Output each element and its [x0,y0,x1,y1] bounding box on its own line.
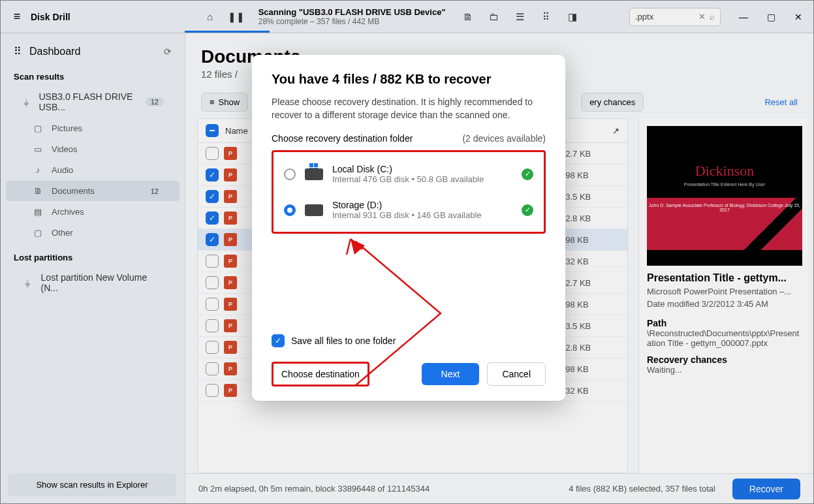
devices-available: (2 devices available) [462,133,546,144]
disk-detail: Internal 476 GB disk • 50.8 GB available [332,174,512,184]
choose-destination-button[interactable]: Choose destination [272,362,369,386]
disk-icon [305,168,323,180]
check-icon: ✓ [522,204,533,216]
disk-option-d[interactable]: Storage (D:) Internal 931 GB disk • 146 … [280,192,537,228]
checkbox-checked-icon[interactable]: ✓ [272,334,285,347]
dest-list-highlight: Local Disk (C:) Internal 476 GB disk • 5… [272,150,546,234]
radio-icon-selected[interactable] [284,204,296,216]
modal-desc: Please choose recovery destination. It i… [272,96,546,121]
modal-title: You have 4 files / 882 KB to recover [272,72,546,87]
svg-rect-1 [314,163,318,167]
svg-rect-0 [309,163,313,167]
disk-detail: Internal 931 GB disk • 146 GB available [332,210,512,220]
disk-icon [305,204,323,216]
save-all-row[interactable]: ✓ Save all files to one folder [272,334,546,347]
next-button[interactable]: Next [422,363,480,385]
disk-option-c[interactable]: Local Disk (C:) Internal 476 GB disk • 5… [280,156,537,192]
disk-name: Local Disk (C:) [332,164,512,174]
disk-name: Storage (D:) [332,200,512,210]
check-icon: ✓ [522,168,533,180]
radio-icon[interactable] [284,168,296,180]
dest-label: Choose recovery destination folder [272,133,413,144]
cancel-button[interactable]: Cancel [487,362,546,386]
recovery-destination-modal: You have 4 files / 882 KB to recover Ple… [252,55,565,401]
